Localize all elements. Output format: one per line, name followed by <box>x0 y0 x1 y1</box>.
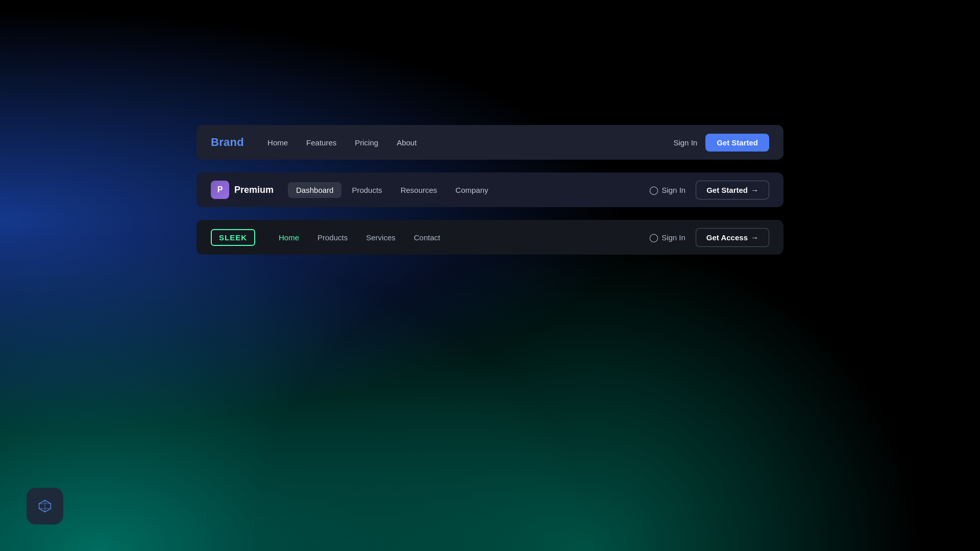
nav-links-premium: Dashboard Products Resources Company <box>288 182 649 198</box>
signin-label-premium: Sign In <box>662 186 685 194</box>
premium-logo-wrap: P Premium <box>211 181 274 199</box>
main-content: Brand Home Features Pricing About Sign I… <box>0 0 980 255</box>
get-started-button-premium[interactable]: Get Started → <box>696 181 769 199</box>
nav-actions-sleek: ◯ Sign In Get Access → <box>649 228 769 247</box>
nav-actions-premium: ◯ Sign In Get Started → <box>649 181 769 199</box>
nav-actions-brand: Sign In Get Started <box>673 134 769 152</box>
premium-brand-text: Premium <box>234 185 274 195</box>
nav-link-products[interactable]: Products <box>344 182 390 198</box>
signin-link-brand[interactable]: Sign In <box>673 138 697 147</box>
nav-link-pricing[interactable]: Pricing <box>348 135 385 150</box>
brand-logo: Brand <box>211 136 244 149</box>
nav-link-services-sleek[interactable]: Services <box>359 230 403 245</box>
user-icon: ◯ <box>649 185 658 195</box>
nav-link-features[interactable]: Features <box>299 135 344 150</box>
sleek-logo: SLEEK <box>211 229 255 246</box>
arrow-icon-sleek: → <box>751 233 758 242</box>
user-icon-sleek: ◯ <box>649 233 658 242</box>
bottom-app-icon[interactable] <box>27 488 63 524</box>
nav-link-dashboard[interactable]: Dashboard <box>288 182 341 198</box>
get-started-button-brand[interactable]: Get Started <box>705 134 769 152</box>
navbar-sleek: SLEEK Home Products Services Contact ◯ S… <box>197 220 783 255</box>
cube-icon <box>35 496 55 516</box>
signin-link-sleek[interactable]: ◯ Sign In <box>649 233 685 242</box>
get-access-label: Get Access <box>706 233 748 242</box>
navbar-premium: P Premium Dashboard Products Resources C… <box>197 172 783 207</box>
navbar-brand: Brand Home Features Pricing About Sign I… <box>197 125 783 160</box>
nav-link-products-sleek[interactable]: Products <box>310 230 355 245</box>
arrow-icon-premium: → <box>751 186 758 194</box>
nav-link-company[interactable]: Company <box>447 182 496 198</box>
nav-link-resources[interactable]: Resources <box>393 182 446 198</box>
nav-link-home-sleek[interactable]: Home <box>272 230 306 245</box>
get-started-label-premium: Get Started <box>706 186 748 194</box>
get-access-button[interactable]: Get Access → <box>696 228 769 247</box>
nav-link-contact-sleek[interactable]: Contact <box>407 230 448 245</box>
signin-link-premium[interactable]: ◯ Sign In <box>649 185 685 195</box>
premium-icon: P <box>211 181 229 199</box>
nav-links-brand: Home Features Pricing About <box>260 135 673 150</box>
nav-link-home[interactable]: Home <box>260 135 295 150</box>
signin-label-sleek: Sign In <box>662 233 685 242</box>
nav-links-sleek: Home Products Services Contact <box>272 230 649 245</box>
nav-link-about[interactable]: About <box>389 135 424 150</box>
